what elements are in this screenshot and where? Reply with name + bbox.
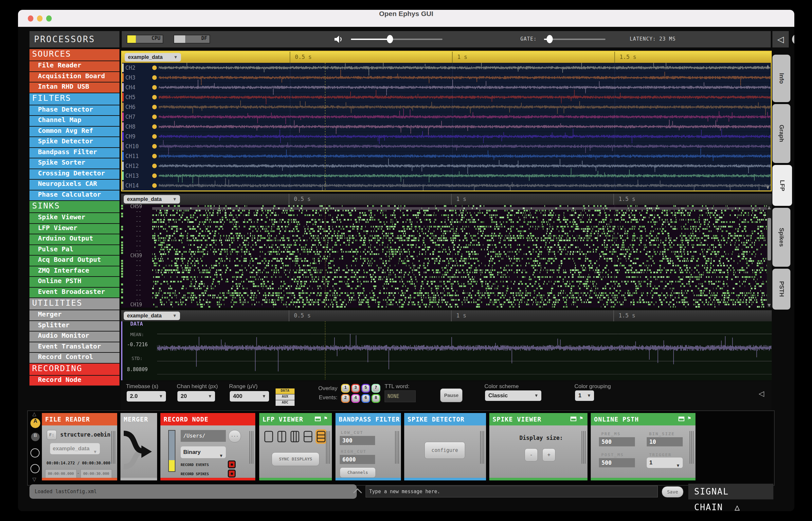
viewport-tab-info[interactable]: Info — [772, 55, 790, 102]
pin-tab-icon[interactable]: ⚑ — [323, 416, 328, 421]
message-input[interactable] — [366, 486, 658, 497]
module-header[interactable]: MERGER — [120, 413, 157, 426]
processor-item-audio-monitor[interactable]: Audio Monitor — [29, 332, 119, 342]
processor-item-event-broadcaster[interactable]: Event Broadcaster — [29, 288, 119, 298]
color-grouping-select[interactable]: 1▼ — [575, 390, 594, 401]
channel-audio-dot[interactable] — [152, 85, 157, 90]
scroll-down-icon[interactable]: ▼ — [766, 185, 769, 190]
overlay-event-button-1[interactable]: 1 — [341, 384, 350, 393]
signal-chain-toggle-icon[interactable]: △ — [735, 502, 741, 511]
module-drag-handle[interactable] — [111, 431, 115, 464]
processor-item-online-psth[interactable]: Online PSTH — [29, 277, 119, 288]
trigger-select[interactable]: 1▼ — [647, 457, 683, 468]
module-header[interactable]: ONLINE PSTH ⚑ — [591, 413, 696, 426]
file-stream-select[interactable]: example_data▼ — [50, 443, 100, 454]
chain-slot-empty-2[interactable] — [30, 464, 40, 473]
module-drag-handle[interactable] — [249, 431, 253, 464]
overlay-event-button-7[interactable]: 7 — [371, 384, 380, 393]
layout-2col-button[interactable] — [276, 429, 287, 444]
low-cut-field[interactable]: 300 — [340, 436, 375, 445]
processor-item-bandpass-filter[interactable]: Bandpass Filter — [29, 148, 119, 159]
processor-item-record-control[interactable]: Record Control — [29, 353, 119, 364]
chain-slot-b[interactable]: B — [31, 433, 40, 441]
module-header[interactable]: FILE READER — [42, 413, 117, 426]
module-drag-handle[interactable] — [690, 431, 694, 464]
channel-audio-dot[interactable] — [152, 154, 157, 158]
channel-audio-dot[interactable] — [152, 75, 157, 80]
collapse-options-button[interactable]: ◁ — [759, 389, 764, 398]
processor-item-neuropixels-car[interactable]: Neuropixels CAR — [29, 180, 119, 190]
processor-item-spike-viewer[interactable]: Spike Viewer — [29, 213, 119, 224]
module-spike-viewer[interactable]: SPIKE VIEWER ⚑ Display size: - + — [489, 413, 587, 480]
pause-button[interactable]: Pause — [440, 388, 463, 402]
processor-item-zmq-interface[interactable]: ZMQ Interface — [29, 266, 119, 277]
channel-audio-dot[interactable] — [152, 183, 157, 188]
processor-item-acquisition-board[interactable]: Acquisition Board — [29, 72, 119, 83]
subtab-adc[interactable]: ADC — [276, 400, 295, 406]
pin-tab-icon[interactable]: ⚑ — [579, 416, 584, 421]
high-cut-field[interactable]: 6000 — [340, 455, 375, 464]
configure-button[interactable]: configure — [425, 442, 465, 459]
overlay-event-button-4[interactable]: 4 — [351, 394, 360, 403]
record-path-field[interactable]: /Users/ — [181, 430, 226, 442]
module-header[interactable]: BANDPASS FILTER — [336, 413, 401, 426]
overlay-event-button-3[interactable]: 3 — [351, 384, 360, 393]
layout-single-button[interactable] — [263, 429, 274, 444]
record-engine-select[interactable]: Binary▼ — [181, 446, 226, 458]
range-select[interactable]: 400▼ — [230, 391, 269, 402]
collapse-viewport-button[interactable]: ◁ — [772, 31, 789, 47]
channel-audio-dot[interactable] — [152, 115, 157, 119]
subtab-data[interactable]: DATA — [276, 388, 295, 394]
channels-button[interactable]: Channels — [340, 467, 376, 478]
module-header[interactable]: SPIKE DETECTOR — [404, 413, 486, 426]
processor-item-phase-detector[interactable]: Phase Detector — [29, 105, 119, 116]
rail-up-icon[interactable]: △ — [32, 411, 36, 417]
volume-slider[interactable] — [351, 39, 390, 40]
record-spikes-toggle[interactable] — [228, 470, 235, 477]
layout-2row-button[interactable] — [302, 429, 314, 444]
overlay-event-button-5[interactable]: 5 — [361, 384, 370, 393]
color-scheme-select[interactable]: Classic▼ — [485, 390, 541, 401]
start-time-field[interactable]: 00:00:00.000 — [45, 469, 76, 478]
processor-item-arduino-output[interactable]: Arduino Output — [29, 234, 119, 245]
overlay-event-button-6[interactable]: 6 — [361, 394, 370, 403]
subtab-aux[interactable]: AUX — [276, 394, 295, 400]
channel-audio-dot[interactable] — [152, 134, 157, 139]
end-time-field[interactable]: 00:00:30.000 — [81, 469, 112, 478]
timebase-select[interactable]: 2.0▼ — [127, 391, 166, 402]
module-drag-handle[interactable] — [582, 431, 586, 464]
layout-3col-button[interactable] — [289, 429, 300, 444]
volume-slider-thumb[interactable] — [387, 35, 393, 43]
channel-audio-dot[interactable] — [152, 124, 157, 129]
raster-stream-select[interactable]: ▼example_data — [124, 195, 180, 204]
channel-audio-dot[interactable] — [152, 95, 157, 99]
open-window-icon[interactable] — [315, 416, 321, 421]
module-drag-handle[interactable] — [326, 431, 330, 464]
overlay-event-button-2[interactable]: 2 — [341, 394, 350, 403]
pin-tab-icon[interactable]: ⚑ — [687, 416, 692, 421]
chain-slot-a[interactable]: A — [30, 418, 40, 428]
processor-item-merger[interactable]: Merger — [29, 310, 119, 321]
pre-ms-field[interactable]: 500 — [599, 437, 635, 446]
module-bandpass-filter[interactable]: BANDPASS FILTER LOW_CUT 300 HIGH_CUT 600… — [336, 413, 401, 480]
module-record-node[interactable]: RECORD NODE /Users/ ... Binary▼ RECORD E… — [160, 413, 255, 480]
processor-item-splitter[interactable]: Splitter — [29, 321, 119, 332]
module-header[interactable]: LFP VIEWER ⚑ — [259, 413, 332, 426]
processor-item-spike-detector[interactable]: Spike Detector — [29, 137, 119, 148]
viewport-tab-graph[interactable]: Graph — [772, 104, 790, 163]
scrollbar-thumb[interactable] — [767, 218, 771, 260]
module-header[interactable]: SPIKE VIEWER ⚑ — [489, 413, 587, 426]
processor-item-pulse-pal[interactable]: Pulse Pal — [29, 245, 119, 256]
display-size-minus-button[interactable]: - — [525, 448, 538, 461]
processor-item-intan-rhd-usb[interactable]: Intan RHD USB — [29, 83, 119, 93]
module-lfp-viewer[interactable]: LFP VIEWER ⚑ SYNC DISPLAYS — [259, 413, 332, 480]
raster-scrollbar[interactable]: ▲ ▼ — [767, 205, 772, 308]
record-events-toggle[interactable] — [228, 460, 235, 468]
module-drag-handle[interactable] — [395, 431, 399, 464]
channel-audio-dot[interactable] — [152, 65, 157, 70]
record-button[interactable] — [792, 35, 794, 44]
processor-item-acq-board-output[interactable]: Acq Board Output — [29, 255, 119, 266]
channel-audio-dot[interactable] — [152, 164, 157, 168]
overlay-event-button-8[interactable]: 8 — [371, 394, 380, 403]
processor-item-common-avg-ref[interactable]: Common Avg Ref — [29, 127, 119, 137]
